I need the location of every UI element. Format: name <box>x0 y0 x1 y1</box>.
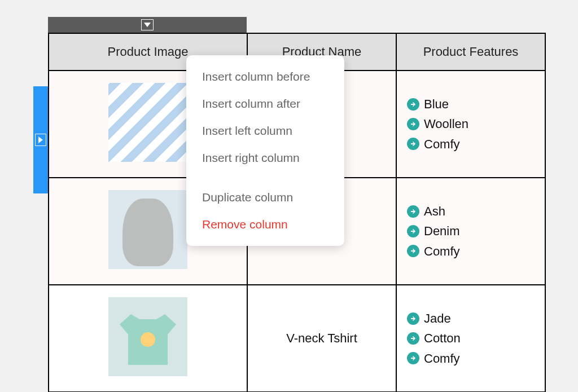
feature-item: Ash <box>407 201 545 221</box>
menu-divider <box>186 171 344 184</box>
column-selection-handle[interactable] <box>48 17 247 33</box>
table-editor: Product Image Product Name Product Featu… <box>48 17 545 392</box>
feature-item: Blue <box>407 94 545 114</box>
feature-label: Comfy <box>424 241 460 261</box>
arrow-right-circle-icon <box>407 98 419 111</box>
feature-label: Comfy <box>424 134 460 154</box>
arrow-right-circle-icon <box>407 205 419 218</box>
feature-item: Comfy <box>407 349 545 368</box>
column-menu-trigger[interactable] <box>141 19 154 30</box>
arrow-right-circle-icon <box>407 245 419 257</box>
feature-list: Jade Cotton Comfy <box>407 309 545 368</box>
product-image-tshirt <box>108 297 187 376</box>
feature-list: Blue Woollen Comfy <box>407 94 545 154</box>
menu-item-duplicate-column[interactable]: Duplicate column <box>186 184 344 211</box>
arrow-right-circle-icon <box>407 312 419 325</box>
feature-item: Woollen <box>407 114 545 134</box>
cell-product-features[interactable]: Jade Cotton Comfy <box>396 285 545 392</box>
cell-product-features[interactable]: Blue Woollen Comfy <box>396 71 545 178</box>
feature-item: Cotton <box>407 328 545 348</box>
product-image-beanie <box>108 83 187 162</box>
feature-label: Cotton <box>424 328 461 348</box>
arrow-right-circle-icon <box>407 138 419 150</box>
feature-item: Comfy <box>407 134 545 154</box>
feature-label: Blue <box>424 94 449 114</box>
column-header-product-features[interactable]: Product Features <box>396 33 545 71</box>
menu-item-insert-left-column[interactable]: Insert left column <box>186 117 344 144</box>
cell-product-name[interactable]: V-neck Tshirt <box>247 285 396 392</box>
row-selection-handle[interactable] <box>33 86 48 193</box>
product-image-hoodie <box>108 190 187 269</box>
feature-label: Woollen <box>424 114 468 134</box>
arrow-right-circle-icon <box>407 332 419 345</box>
feature-label: Ash <box>424 201 445 221</box>
arrow-right-circle-icon <box>407 225 419 237</box>
column-context-menu: Insert column before Insert column after… <box>186 55 344 246</box>
menu-item-insert-column-after[interactable]: Insert column after <box>186 90 344 117</box>
caret-right-icon <box>38 136 43 143</box>
feature-list: Ash Denim Comfy <box>407 201 545 261</box>
feature-label: Jade <box>424 309 451 328</box>
table-row[interactable]: V-neck Tshirt Jade Cotton Co <box>49 285 545 392</box>
cell-product-image[interactable] <box>49 285 247 392</box>
row-menu-trigger[interactable] <box>35 134 46 146</box>
caret-down-icon <box>144 23 151 27</box>
menu-item-insert-right-column[interactable]: Insert right column <box>186 144 344 171</box>
feature-label: Denim <box>424 221 460 241</box>
menu-item-remove-column[interactable]: Remove column <box>186 211 344 238</box>
feature-label: Comfy <box>424 349 460 368</box>
feature-item: Denim <box>407 221 545 241</box>
cell-product-features[interactable]: Ash Denim Comfy <box>396 178 545 285</box>
arrow-right-circle-icon <box>407 352 419 364</box>
menu-item-insert-column-before[interactable]: Insert column before <box>186 63 344 90</box>
arrow-right-circle-icon <box>407 118 419 130</box>
feature-item: Comfy <box>407 241 545 261</box>
feature-item: Jade <box>407 309 545 328</box>
